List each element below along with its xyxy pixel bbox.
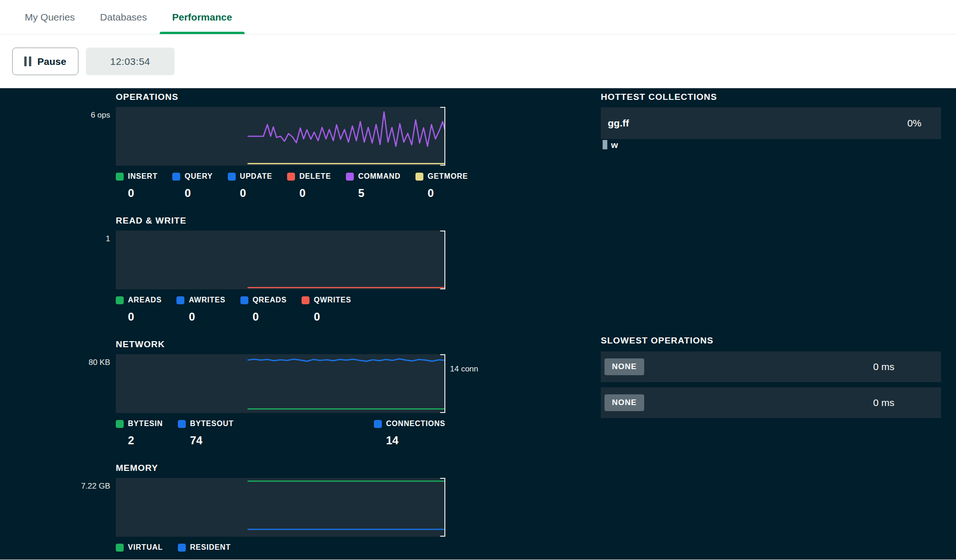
awrites-value: 0 (176, 310, 225, 323)
legend-item-areads: AREADS 0 (116, 296, 162, 323)
pause-label: Pause (37, 56, 66, 67)
operations-legend: INSERT 0 QUERY 0 UPDATE 0 DELETE 0 (116, 172, 445, 200)
legend-item-virtual: VIRTUAL (116, 543, 163, 552)
connections-swatch-icon (374, 420, 382, 428)
axis-tick-bottom (440, 536, 445, 537)
operations-title: OPERATIONS (116, 92, 445, 102)
delete-label: DELETE (299, 172, 331, 181)
chart-memory: MEMORY 7.22 GB VIRTUAL RESIDENT (116, 463, 445, 552)
slowest-operations-title: SLOWEST OPERATIONS (601, 336, 941, 346)
right-column: HOTTEST COLLECTIONS gg.ff 0% w SLOWEST O… (601, 92, 941, 560)
pause-icon (24, 56, 31, 66)
memory-title: MEMORY (116, 463, 445, 473)
areads-label: AREADS (128, 296, 162, 304)
pause-button[interactable]: Pause (12, 48, 78, 75)
read-write-line-chart (116, 231, 445, 289)
legend-item-getmore: GETMORE 0 (415, 172, 468, 200)
slowest-operations-panel: SLOWEST OPERATIONS NONE 0 ms NONE 0 ms (601, 336, 941, 418)
read-write-title: READ & WRITE (116, 216, 445, 226)
legend-item-resident: RESIDENT (178, 543, 231, 552)
tab-label: Databases (100, 12, 147, 23)
read-write-plot: 1 (116, 231, 445, 289)
axis-tick-top (440, 478, 445, 479)
axis-tick-bottom (440, 165, 445, 166)
legend-item-insert: INSERT 0 (116, 172, 157, 200)
operation-duration: 0 ms (873, 361, 894, 372)
chart-read-write: READ & WRITE 1 AREADS 0 AWRITES 0 (116, 216, 445, 323)
legend-item-query: QUERY 0 (172, 172, 212, 200)
insert-swatch-icon (116, 173, 124, 181)
awrites-label: AWRITES (189, 296, 225, 304)
bytesin-swatch-icon (116, 420, 124, 428)
operations-y-axis-label: 6 ops (91, 111, 110, 120)
update-label: UPDATE (240, 172, 272, 181)
network-y-axis-label: 80 KB (89, 358, 110, 367)
performance-dashboard: OPERATIONS 6 ops INSERT 0 QUERY 0 (0, 88, 956, 560)
operation-duration: 0 ms (873, 397, 894, 408)
tab-bar: My Queries Databases Performance (0, 0, 956, 35)
slow-operation-row: NONE 0 ms (601, 387, 941, 418)
legend-item-update: UPDATE 0 (228, 172, 272, 200)
hottest-collections-title: HOTTEST COLLECTIONS (601, 92, 941, 102)
collection-name: gg.ff (608, 118, 629, 129)
chart-operations: OPERATIONS 6 ops INSERT 0 QUERY 0 (116, 92, 445, 200)
legend-item-delete: DELETE 0 (287, 172, 331, 200)
query-label: QUERY (184, 172, 212, 181)
network-connections-axis-label: 14 conn (450, 364, 478, 374)
virtual-label: VIRTUAL (128, 543, 163, 552)
qwrites-label: QWRITES (314, 296, 351, 304)
collection-load-percent: 0% (907, 118, 921, 129)
memory-plot: 7.22 GB (116, 478, 445, 537)
tab-performance[interactable]: Performance (160, 0, 245, 34)
legend-item-command: COMMAND 5 (346, 172, 401, 200)
bytesout-value: 74 (178, 434, 234, 447)
memory-y-axis-label: 7.22 GB (81, 482, 110, 491)
command-swatch-icon (346, 173, 354, 181)
axis-tick-top (440, 231, 445, 231)
insert-value: 0 (116, 187, 157, 200)
areads-swatch-icon (116, 296, 124, 304)
query-value: 0 (172, 187, 212, 200)
collection-name: w (611, 140, 618, 149)
connections-value: 14 (374, 434, 445, 447)
hottest-collections-panel: HOTTEST COLLECTIONS gg.ff 0% w (601, 92, 941, 149)
tab-my-queries[interactable]: My Queries (12, 0, 87, 34)
network-plot: 80 KB 14 conn (116, 354, 445, 413)
axis-tick-bottom (440, 288, 445, 289)
getmore-value: 0 (415, 187, 468, 200)
tab-label: My Queries (25, 12, 75, 23)
operations-plot: 6 ops (116, 107, 445, 166)
network-title: NETWORK (116, 339, 445, 350)
tab-label: Performance (172, 12, 232, 23)
network-line-chart (116, 354, 445, 413)
legend-item-qreads: QREADS 0 (240, 296, 287, 323)
qreads-label: QREADS (253, 296, 287, 304)
update-swatch-icon (228, 173, 236, 181)
charts-column: OPERATIONS 6 ops INSERT 0 QUERY 0 (116, 92, 445, 560)
operations-line-chart (116, 107, 445, 166)
tab-databases[interactable]: Databases (87, 0, 159, 34)
performance-page: My Queries Databases Performance Pause 1… (0, 0, 956, 560)
time-display: 12:03:54 (86, 48, 175, 75)
virtual-swatch-icon (116, 544, 124, 552)
qreads-value: 0 (240, 310, 287, 323)
axis-tick-top (440, 354, 445, 355)
areads-value: 0 (116, 310, 162, 323)
bytesout-label: BYTESOUT (190, 420, 234, 428)
legend-item-bytesin: BYTESIN 2 (116, 420, 163, 447)
read-write-legend: AREADS 0 AWRITES 0 QREADS 0 QWRITES 0 (116, 296, 445, 323)
toolbar: Pause 12:03:54 (0, 35, 956, 88)
legend-item-connections: CONNECTIONS 14 (374, 420, 445, 447)
collection-progress-bar-fragment (603, 140, 607, 149)
resident-label: RESIDENT (190, 543, 231, 552)
read-write-y-axis-label: 1 (106, 234, 110, 244)
bytesin-label: BYTESIN (128, 420, 163, 428)
collection-row-partial: w (601, 140, 941, 149)
axis-tick-top (440, 107, 445, 108)
qwrites-swatch-icon (302, 296, 309, 304)
awrites-swatch-icon (176, 296, 184, 304)
operation-none-badge: NONE (605, 394, 644, 411)
legend-item-awrites: AWRITES 0 (176, 296, 225, 323)
legend-item-bytesout: BYTESOUT 74 (178, 420, 234, 447)
bytesin-value: 2 (116, 434, 163, 447)
